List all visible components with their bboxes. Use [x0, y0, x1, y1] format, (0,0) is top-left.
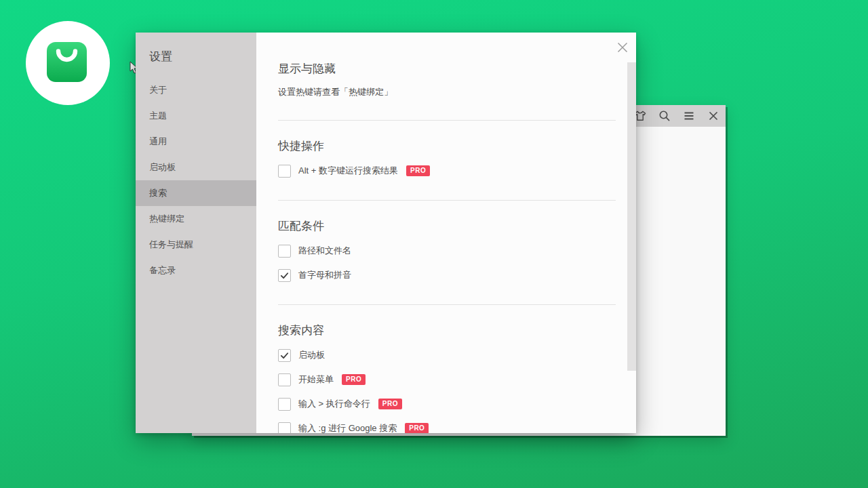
- sidebar-item[interactable]: 备忘录: [136, 258, 256, 283]
- close-icon[interactable]: [701, 105, 726, 127]
- close-icon: [617, 42, 628, 53]
- pro-badge: PRO: [342, 374, 366, 385]
- section-divider: [278, 120, 616, 121]
- scrollbar-thumb[interactable]: [627, 62, 636, 371]
- section-heading: 搜索内容: [278, 323, 616, 338]
- section-heading: 快捷操作: [278, 138, 616, 154]
- checkbox-row: 启动板: [278, 348, 616, 362]
- checkbox-label: 首字母和拼音: [298, 269, 351, 281]
- checkbox-label: 输入 > 执行命令行: [298, 398, 370, 410]
- checkbox-checked[interactable]: [278, 349, 291, 362]
- checkbox-unchecked[interactable]: [278, 398, 291, 411]
- checkbox-label: Alt + 数字键运行搜索结果: [298, 165, 398, 177]
- sidebar-list: 关于主题通用启动板搜索热键绑定任务与提醒备忘录: [136, 77, 256, 283]
- check-icon: [280, 351, 289, 360]
- sidebar-item[interactable]: 关于: [136, 77, 256, 103]
- checkbox-row: 输入 :g 进行 Google 搜索PRO: [278, 422, 616, 433]
- settings-dialog: 设置 关于主题通用启动板搜索热键绑定任务与提醒备忘录 显示与隐藏设置热键请查看「…: [136, 33, 636, 433]
- app-logo: [26, 21, 110, 105]
- section-divider: [278, 304, 616, 305]
- checkbox-label: 开始菜单: [298, 373, 334, 386]
- search-icon[interactable]: [652, 105, 677, 127]
- checkbox-row: 输入 > 执行命令行PRO: [278, 397, 616, 411]
- checkbox-label: 启动板: [298, 349, 325, 361]
- pro-badge: PRO: [406, 165, 430, 176]
- dialog-title: 设置: [149, 49, 256, 64]
- pro-badge: PRO: [378, 399, 402, 409]
- bag-handle-icon: [47, 42, 87, 82]
- checkbox-row: 首字母和拼音: [278, 268, 616, 282]
- settings-content: 显示与隐藏设置热键请查看「热键绑定」快捷操作Alt + 数字键运行搜索结果PRO…: [256, 33, 636, 433]
- checkbox-unchecked[interactable]: [278, 245, 291, 258]
- section-note: 设置热键请查看「热键绑定」: [278, 86, 616, 98]
- sidebar-item[interactable]: 热键绑定: [136, 206, 256, 232]
- check-icon: [280, 271, 289, 280]
- section-heading: 显示与隐藏: [278, 61, 616, 77]
- checkbox-label: 路径和文件名: [298, 245, 351, 257]
- settings-sections: 显示与隐藏设置热键请查看「热键绑定」快捷操作Alt + 数字键运行搜索结果PRO…: [256, 33, 636, 433]
- pro-badge: PRO: [405, 423, 429, 433]
- close-button[interactable]: [616, 41, 629, 54]
- sidebar-item[interactable]: 启动板: [136, 155, 256, 180]
- sidebar-item[interactable]: 任务与提醒: [136, 232, 256, 258]
- checkbox-unchecked[interactable]: [278, 165, 291, 178]
- sidebar-item[interactable]: 搜索: [136, 180, 256, 206]
- sidebar-item[interactable]: 主题: [136, 103, 256, 129]
- checkbox-unchecked[interactable]: [278, 373, 291, 386]
- section-divider: [278, 200, 616, 201]
- bg-titlebar-icons: [628, 105, 726, 127]
- shopping-bag-icon: [47, 42, 87, 82]
- settings-sidebar: 设置 关于主题通用启动板搜索热键绑定任务与提醒备忘录: [136, 33, 256, 433]
- menu-icon[interactable]: [677, 105, 701, 127]
- section-heading: 匹配条件: [278, 218, 616, 234]
- checkbox-label: 输入 :g 进行 Google 搜索: [298, 422, 397, 433]
- checkbox-unchecked[interactable]: [278, 422, 291, 434]
- checkbox-row: Alt + 数字键运行搜索结果PRO: [278, 164, 616, 178]
- checkbox-row: 路径和文件名: [278, 244, 616, 258]
- sidebar-item[interactable]: 通用: [136, 129, 256, 155]
- checkbox-row: 开始菜单PRO: [278, 373, 616, 386]
- checkbox-checked[interactable]: [278, 269, 291, 282]
